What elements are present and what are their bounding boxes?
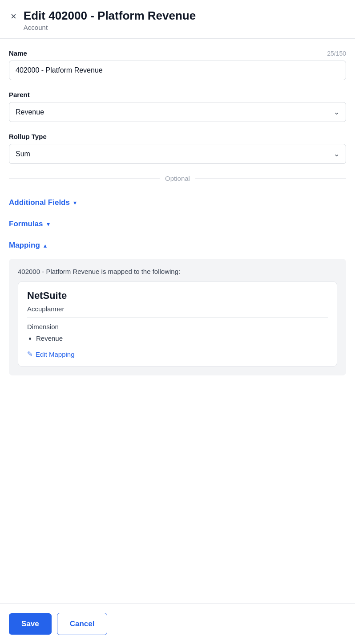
- rollup-type-field-group: Rollup Type Sum ⌄: [9, 133, 346, 164]
- mapping-description: 402000 - Platform Revenue is mapped to t…: [18, 268, 337, 275]
- parent-select-wrapper: Revenue ⌄: [9, 102, 346, 122]
- rollup-type-select-value: Sum: [16, 150, 30, 158]
- mapping-dimension-list: Revenue: [27, 333, 328, 344]
- form-footer: Save Cancel: [0, 603, 355, 644]
- close-button[interactable]: ×: [9, 10, 18, 23]
- mapping-toggle[interactable]: Mapping ▴: [9, 236, 47, 255]
- divider-line-left: [9, 178, 160, 179]
- formulas-section: Formulas ▾: [9, 214, 346, 234]
- edit-mapping-icon: ✎: [27, 350, 33, 358]
- form-header: × Edit 402000 - Platform Revenue Account: [0, 0, 355, 39]
- formulas-toggle[interactable]: Formulas ▾: [9, 214, 50, 234]
- parent-chevron-icon: ⌄: [334, 108, 339, 116]
- rollup-type-label: Rollup Type: [9, 133, 47, 140]
- form-subtitle: Account: [24, 24, 196, 31]
- additional-fields-section: Additional Fields ▾: [9, 193, 346, 212]
- form-body: Name 25/150 Parent Revenue ⌄ Rollup Type: [0, 39, 355, 388]
- cancel-button[interactable]: Cancel: [57, 613, 108, 635]
- list-item: Revenue: [36, 333, 328, 344]
- additional-fields-chevron-icon: ▾: [73, 199, 77, 206]
- edit-mapping-label: Edit Mapping: [36, 351, 75, 358]
- rollup-type-chevron-icon: ⌄: [334, 150, 339, 158]
- mapping-account-name: Accuplanner: [27, 305, 328, 318]
- formulas-chevron-icon: ▾: [47, 220, 50, 228]
- parent-select[interactable]: Revenue ⌄: [9, 102, 346, 122]
- form-title: Edit 402000 - Platform Revenue: [24, 9, 196, 23]
- name-field-group: Name 25/150: [9, 49, 346, 80]
- parent-select-value: Revenue: [16, 108, 44, 116]
- mapping-label: Mapping: [9, 241, 40, 250]
- optional-text: Optional: [165, 175, 190, 182]
- rollup-type-select-wrapper: Sum ⌄: [9, 144, 346, 164]
- mapping-dimension-label: Dimension: [27, 323, 328, 330]
- mapping-source-name: NetSuite: [27, 290, 328, 302]
- mapping-box: 402000 - Platform Revenue is mapped to t…: [9, 259, 346, 375]
- edit-mapping-button[interactable]: ✎ Edit Mapping: [27, 350, 75, 358]
- save-button[interactable]: Save: [9, 613, 52, 635]
- name-counter: 25/150: [327, 50, 346, 57]
- additional-fields-label: Additional Fields: [9, 198, 70, 207]
- name-label: Name: [9, 49, 27, 57]
- mapping-card: NetSuite Accuplanner Dimension Revenue ✎…: [18, 281, 337, 367]
- parent-field-group: Parent Revenue ⌄: [9, 91, 346, 122]
- divider-line-right: [195, 178, 346, 179]
- formulas-label: Formulas: [9, 220, 43, 228]
- additional-fields-toggle[interactable]: Additional Fields ▾: [9, 193, 77, 212]
- rollup-type-select[interactable]: Sum ⌄: [9, 144, 346, 164]
- name-input[interactable]: [9, 61, 346, 80]
- mapping-section: Mapping ▴ 402000 - Platform Revenue is m…: [9, 236, 346, 375]
- mapping-chevron-icon: ▴: [44, 242, 47, 249]
- optional-divider: Optional: [9, 175, 346, 182]
- parent-label: Parent: [9, 91, 30, 98]
